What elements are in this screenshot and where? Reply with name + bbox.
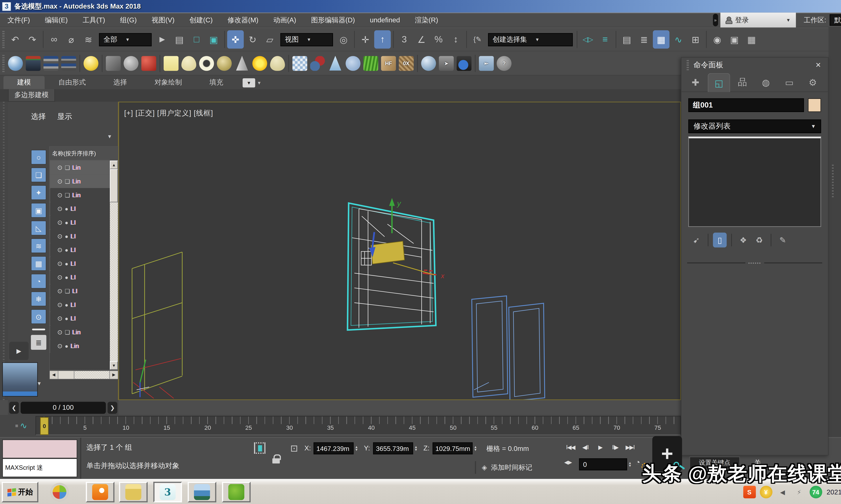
motion-tab-icon[interactable]: ◍ [755, 73, 777, 92]
visibility-eye-icon[interactable]: ⊙ [57, 260, 63, 267]
workspace-dropdown[interactable]: 默认 ▼ [830, 14, 841, 26]
frame-counter-field[interactable]: 0 / 100 [20, 401, 106, 413]
light-lister-icon[interactable] [84, 56, 98, 71]
render-production-teapot-icon[interactable] [8, 56, 23, 71]
x-spinner[interactable]: ▲▼ [354, 442, 359, 454]
door-wireframes[interactable] [472, 296, 545, 399]
menu-创建(C)[interactable]: 创建(C) [182, 13, 220, 27]
ribbon-tab-建模[interactable]: 建模 [3, 76, 45, 89]
y-coord-field[interactable]: 3655.739m [373, 442, 413, 454]
sphere-region-icon[interactable] [457, 56, 471, 71]
tray-coin-icon[interactable]: ¥ [760, 486, 772, 499]
scroll-right-icon[interactable]: ▶ [109, 371, 118, 379]
ribbon-panel-polygon-modeling[interactable]: 多边形建模 [8, 89, 55, 102]
dock-grip[interactable] [832, 165, 834, 199]
menu-修改器(M)[interactable]: 修改器(M) [220, 13, 266, 27]
current-frame-field[interactable]: 0 [579, 458, 627, 470]
left-wireframe-object[interactable] [132, 252, 182, 398]
viewport-label[interactable]: [+] [正交] [用户定义] [线框] [124, 109, 213, 118]
visibility-eye-icon[interactable]: ⊙ [57, 287, 63, 294]
add-time-tag[interactable]: ◈ 添加时间标记 [475, 461, 532, 474]
explorer-horizontal-scrollbar[interactable]: ◀ ▶ [49, 370, 119, 379]
menu-图形编辑器(D)[interactable]: 图形编辑器(D) [304, 13, 362, 27]
taskbar-3dsmax-button[interactable]: 3 [153, 482, 182, 502]
filter-visibility-icon[interactable]: ⊙ [31, 309, 47, 324]
unlink-selection-icon[interactable]: ⌀ [63, 30, 80, 49]
tray-plug-icon[interactable]: ⚡ [793, 486, 806, 499]
time-ruler[interactable]: 51015202530354045505560657075 0 [35, 416, 681, 436]
rect-light-icon[interactable] [164, 56, 178, 71]
redo-icon[interactable]: ↷ [24, 30, 41, 49]
object-color-swatch[interactable] [808, 98, 821, 112]
taskbar-image-viewer-button[interactable] [188, 482, 216, 502]
tray-sogou-icon[interactable]: S [743, 486, 756, 499]
modifier-stack-list[interactable] [688, 137, 821, 227]
explorer-flyout-button[interactable]: ▶ [9, 342, 29, 360]
scene-object-row[interactable]: ⊙❏Lin [50, 325, 110, 339]
toolbar-grip[interactable] [2, 55, 5, 72]
taskbar-coreldraw-button[interactable] [222, 482, 251, 502]
gold-teapot-icon[interactable] [217, 56, 231, 71]
filter-geometry-icon[interactable]: ❏ [31, 167, 47, 182]
toggle-layer-explorer-icon[interactable]: ≣ [636, 30, 652, 49]
y-spinner[interactable]: ▲▼ [413, 442, 419, 454]
viewport[interactable]: y x [+] [正交] [用户定义] [线框] [118, 102, 681, 400]
tray-battery-icon[interactable]: 74 [809, 486, 822, 499]
select-and-scale-icon[interactable]: ▱ [261, 30, 278, 49]
menu-文件(F)[interactable]: 文件(F) [0, 13, 37, 27]
snaps-toggle-3d-icon[interactable]: 3 [396, 30, 413, 49]
ribbon-tab-填充[interactable]: 填充 [195, 76, 237, 89]
next-frame-button[interactable]: Ⅱ▶ [608, 440, 622, 454]
schematic-view-icon[interactable]: ⊞ [687, 30, 704, 49]
explorer-caret-icon[interactable]: ▼ [107, 134, 112, 140]
menu-undefined[interactable]: undefined [362, 13, 407, 27]
scene-object-row[interactable]: ⊙●LI [50, 256, 110, 270]
video-red-icon[interactable] [141, 56, 156, 71]
visibility-eye-icon[interactable]: ⊙ [57, 191, 63, 199]
modify-tab-icon[interactable]: ◱ [708, 73, 730, 92]
mirror-icon[interactable]: ◁▷ [580, 30, 596, 49]
select-and-move-icon[interactable]: ✜ [227, 30, 244, 49]
percent-snap-toggle-icon[interactable]: % [430, 30, 447, 49]
mini-curve-editor-icon[interactable]: ≡∿ [12, 418, 31, 434]
video-gray-icon[interactable] [124, 56, 138, 71]
visibility-eye-icon[interactable]: ⊙ [57, 164, 63, 171]
ribbon-minimize-icon[interactable]: ▼ [243, 78, 255, 87]
time-slider[interactable]: 0 [40, 417, 49, 435]
render-preset-list-icon[interactable] [44, 56, 58, 71]
menu-视图(V)[interactable]: 视图(V) [144, 13, 182, 27]
taskbar-folder-button[interactable] [119, 482, 148, 502]
scene-object-row[interactable]: ⊙●LI [50, 311, 110, 325]
material-editor-icon[interactable]: ◉ [709, 30, 726, 49]
visibility-eye-icon[interactable]: ⊙ [57, 273, 63, 281]
scroll-up-icon[interactable]: ▲ [110, 161, 118, 169]
blue-sphere-icon[interactable] [421, 56, 436, 71]
z-coord-field[interactable]: 1029.75mm [433, 442, 473, 454]
filter-display-all-icon[interactable]: ○ [31, 150, 47, 164]
visibility-eye-icon[interactable]: ⊙ [57, 205, 63, 212]
play-button[interactable]: ▶ [594, 440, 607, 454]
pin-stack-icon[interactable]: ➹ [689, 233, 703, 248]
visibility-eye-icon[interactable]: ⊙ [57, 177, 63, 185]
keyboard-shortcut-override-icon[interactable]: ↑ [374, 30, 391, 49]
maxscript-label[interactable]: MAXScript 迷 [3, 459, 77, 476]
select-and-rotate-icon[interactable]: ↻ [244, 30, 261, 49]
scene-object-row[interactable]: ⊙●LI [50, 229, 110, 243]
visibility-eye-icon[interactable]: ⊙ [57, 246, 63, 253]
scroll-left-icon[interactable]: ◀ [50, 371, 58, 379]
metaball-icon[interactable] [310, 56, 325, 71]
close-panel-icon[interactable]: ✕ [813, 61, 823, 69]
use-pivot-point-center-icon[interactable]: ◎ [335, 30, 352, 49]
maxscript-mini-listener[interactable]: MAXScript 迷 [2, 439, 78, 477]
filter-cameras-icon[interactable]: ▣ [31, 203, 47, 218]
layer-arrow-icon[interactable]: ⇤ [479, 56, 494, 71]
modifier-list-dropdown[interactable]: 修改器列表 ▼ [688, 120, 821, 133]
assign-renderer-icon[interactable]: ➤ [439, 56, 453, 71]
filter-lights-icon[interactable]: ✦ [31, 185, 47, 200]
explorer-sort-header[interactable]: 名称(按升序排序) [50, 147, 118, 161]
ribbon-tab-选择[interactable]: 选择 [100, 76, 141, 89]
absolute-offset-mode-icon[interactable]: ⊡ [289, 442, 300, 454]
maxscript-pink-pane[interactable] [3, 440, 77, 459]
object-name-field[interactable]: 组001 [688, 98, 804, 112]
angle-snap-toggle-icon[interactable]: ∠ [413, 30, 430, 49]
